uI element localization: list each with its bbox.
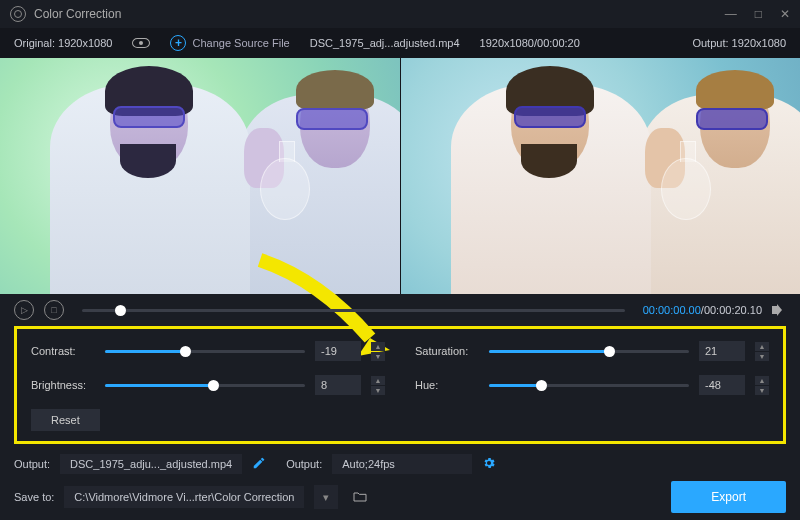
saturation-down[interactable]: ▼ — [755, 352, 769, 361]
info-bar: Original: 1920x1080 + Change Source File… — [0, 28, 800, 58]
contrast-value[interactable]: -19 — [315, 341, 361, 361]
output-filename: DSC_1975_adju..._adjusted.mp4 — [60, 454, 242, 474]
brightness-row: Brightness: 8 ▲▼ — [31, 375, 385, 395]
output-format-label: Output: — [286, 458, 322, 470]
save-row: Save to: C:\Vidmore\Vidmore Vi...rter\Co… — [0, 478, 800, 516]
contrast-down[interactable]: ▼ — [371, 352, 385, 361]
window-title: Color Correction — [34, 7, 121, 21]
window-controls: — □ ✕ — [725, 7, 790, 21]
source-dims-duration: 1920x1080/00:00:20 — [480, 37, 580, 49]
hue-row: Hue: -48 ▲▼ — [415, 375, 769, 395]
brightness-value[interactable]: 8 — [315, 375, 361, 395]
timeline-slider[interactable] — [82, 309, 625, 312]
output-row: Output: DSC_1975_adju..._adjusted.mp4 Ou… — [0, 450, 800, 478]
hue-label: Hue: — [415, 379, 479, 391]
titlebar: Color Correction — □ ✕ — [0, 0, 800, 28]
plus-icon: + — [170, 35, 186, 51]
preview-toggle-icon[interactable] — [132, 38, 150, 48]
change-source-label: Change Source File — [192, 37, 289, 49]
play-button[interactable]: ▷ — [14, 300, 34, 320]
volume-icon[interactable] — [772, 303, 786, 317]
saturation-label: Saturation: — [415, 345, 479, 357]
saturation-up[interactable]: ▲ — [755, 342, 769, 351]
change-source-button[interactable]: + Change Source File — [170, 35, 289, 51]
save-path-dropdown[interactable]: ▾ — [314, 485, 338, 509]
output-file-label: Output: — [14, 458, 50, 470]
stop-button[interactable]: □ — [44, 300, 64, 320]
contrast-up[interactable]: ▲ — [371, 342, 385, 351]
color-controls-panel: Contrast: -19 ▲▼ Saturation: 21 ▲▼ Brigh… — [14, 326, 786, 444]
open-folder-icon[interactable] — [348, 485, 372, 509]
brightness-up[interactable]: ▲ — [371, 376, 385, 385]
saturation-slider[interactable] — [489, 350, 689, 353]
hue-value[interactable]: -48 — [699, 375, 745, 395]
save-to-label: Save to: — [14, 491, 54, 503]
hue-slider[interactable] — [489, 384, 689, 387]
transport-bar: ▷ □ 00:00:00.00/00:00:20.10 — [0, 294, 800, 326]
source-filename: DSC_1975_adj...adjusted.mp4 — [310, 37, 460, 49]
saturation-value[interactable]: 21 — [699, 341, 745, 361]
original-resolution-label: Original: 1920x1080 — [14, 37, 112, 49]
hue-up[interactable]: ▲ — [755, 376, 769, 385]
timecode-total: /00:00:20.10 — [701, 304, 762, 316]
close-button[interactable]: ✕ — [780, 7, 790, 21]
brightness-label: Brightness: — [31, 379, 95, 391]
brightness-slider[interactable] — [105, 384, 305, 387]
reset-button[interactable]: Reset — [31, 409, 100, 431]
output-format: Auto;24fps — [332, 454, 472, 474]
reset-row: Reset — [31, 409, 769, 431]
hue-down[interactable]: ▼ — [755, 386, 769, 395]
contrast-row: Contrast: -19 ▲▼ — [31, 341, 385, 361]
preview-original — [0, 58, 400, 294]
export-button[interactable]: Export — [671, 481, 786, 513]
timeline-knob[interactable] — [115, 305, 126, 316]
minimize-button[interactable]: — — [725, 7, 737, 21]
saturation-row: Saturation: 21 ▲▼ — [415, 341, 769, 361]
preview-area — [0, 58, 800, 294]
preview-adjusted — [400, 58, 801, 294]
app-logo-icon — [10, 6, 26, 22]
timecode: 00:00:00.00/00:00:20.10 — [643, 304, 762, 316]
output-settings-icon[interactable] — [482, 456, 496, 473]
output-resolution-label: Output: 1920x1080 — [692, 37, 786, 49]
timecode-current: 00:00:00.00 — [643, 304, 701, 316]
contrast-slider[interactable] — [105, 350, 305, 353]
maximize-button[interactable]: □ — [755, 7, 762, 21]
contrast-label: Contrast: — [31, 345, 95, 357]
brightness-down[interactable]: ▼ — [371, 386, 385, 395]
save-path: C:\Vidmore\Vidmore Vi...rter\Color Corre… — [64, 486, 304, 508]
edit-filename-icon[interactable] — [252, 456, 266, 473]
